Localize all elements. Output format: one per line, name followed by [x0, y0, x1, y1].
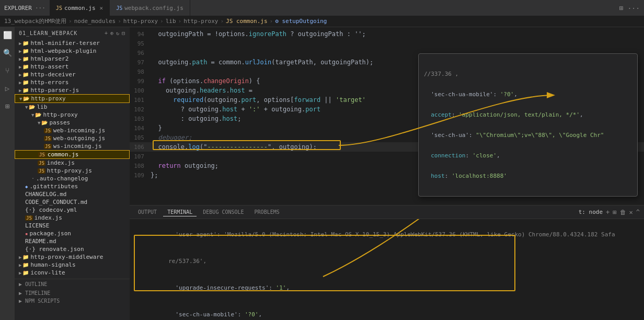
sidebar-item-readme[interactable]: README.md	[15, 237, 130, 245]
sidebar-item-http-deceiver[interactable]: ▶ 📁 http-deceiver	[15, 71, 130, 78]
chevron-down-icon: ▼	[25, 105, 28, 110]
tooltip-line-4: 'sec-ch-ua': "\"Chromium\";v=\"88\", \"G…	[424, 132, 632, 139]
sidebar-item-license[interactable]: LICENSE	[15, 222, 130, 230]
npm-scripts-section[interactable]: ▶ NPM SCRIPTS	[15, 297, 130, 305]
activity-git-icon[interactable]: ⑂	[2, 65, 13, 76]
item-label: http-deceiver	[30, 71, 75, 78]
folder-open-icon: 📂	[35, 112, 41, 118]
chevron-down-icon: ▼	[38, 120, 40, 125]
activity-search-icon[interactable]: 🔍	[2, 47, 13, 59]
item-label: index.js	[47, 159, 75, 166]
split-terminal-icon[interactable]: ⊞	[613, 209, 616, 216]
sidebar-item-package-json[interactable]: ▪ package.json	[15, 230, 130, 237]
js-file-icon: JS	[38, 168, 45, 174]
sidebar-item-http-proxy-js[interactable]: JS http-proxy.js	[15, 167, 130, 175]
sidebar-item-human-signals[interactable]: ▶ 📁 human-signals	[15, 261, 130, 269]
terminal-tab-debug[interactable]: DEBUG CONSOLE	[199, 208, 248, 216]
sidebar-icons: + ⊕ ↻ ⊟	[105, 30, 125, 36]
sidebar-item-http-proxy-inner[interactable]: ▼ 📂 http-proxy	[15, 111, 130, 119]
sidebar-item-http-errors[interactable]: ▶ 📁 http-errors	[15, 78, 130, 86]
tab-close-common-js[interactable]: ✕	[100, 5, 104, 12]
sidebar-item-renovate[interactable]: {·} renovate.json	[15, 245, 130, 253]
tooltip-popup: //337.36 , 'sec-ch-ua-mobile': '?0', acc…	[418, 53, 638, 197]
terminal-tab-problems[interactable]: PROBLEMS	[250, 208, 284, 216]
sidebar-item-http-proxy-middleware[interactable]: ▶ 📁 http-proxy-middleware	[15, 253, 130, 261]
sidebar-item-web-outgoing[interactable]: JS web-outgoing.js	[15, 134, 130, 142]
collapse-icon[interactable]: ⊟	[122, 30, 125, 36]
breadcrumb-part-7[interactable]: ⚙ setupOutgoing	[275, 18, 327, 25]
main-layout: ⬜ 🔍 ⑂ ▷ ⊞ 01_LEARN_WEBPACK + ⊕ ↻ ⊟ ▶ 📁 h…	[0, 27, 644, 320]
tooltip-line-6: host: 'localhost:8888'	[424, 173, 632, 179]
kill-terminal-icon[interactable]: 🗑	[620, 209, 626, 216]
folder-icon: 📁	[22, 254, 29, 260]
breadcrumb-part-6[interactable]: JS common.js	[226, 18, 267, 25]
new-file-icon[interactable]: +	[105, 30, 108, 36]
activity-debug-icon[interactable]: ▷	[2, 83, 13, 94]
item-label: human-signals	[30, 261, 75, 268]
terminal-tab-terminal[interactable]: TERMINAL	[163, 208, 197, 216]
sidebar-item-codecov[interactable]: {·} codecov.yml	[15, 206, 130, 214]
refresh-icon[interactable]: ↻	[116, 30, 120, 36]
breadcrumb-part-5[interactable]: http-proxy	[183, 18, 218, 25]
item-label: http-assert	[30, 63, 68, 70]
code-editor[interactable]: 94 outgoingPath = !options.ignorePath ? …	[130, 27, 644, 205]
sidebar-item-index-root[interactable]: JS index.js	[15, 214, 130, 222]
sidebar-item-gitattributes[interactable]: ◆ .gitattributes	[15, 182, 130, 190]
breadcrumb-part-1[interactable]: 13_webpack的HMR使用	[4, 17, 66, 25]
terminal-content[interactable]: 'user-agent': 'Mozilla/5.0 (Macintosh; I…	[130, 219, 644, 320]
editor-area: 94 outgoingPath = !options.ignorePath ? …	[130, 27, 644, 320]
tooltip-line-2: 'sec-ch-ua-mobile': '?0',	[424, 91, 632, 98]
sidebar-item-passes[interactable]: ▼ 📂 passes	[15, 119, 130, 127]
chevron-right-icon: ▶	[19, 56, 21, 62]
sidebar-item-conduct[interactable]: CODE_OF_CONDUCT.md	[15, 198, 130, 206]
sidebar-item-web-incoming[interactable]: JS web-incoming.js	[15, 127, 130, 134]
breadcrumb-part-3[interactable]: http-proxy	[123, 18, 158, 25]
tab-common-js[interactable]: JS common.js ✕	[50, 0, 110, 16]
sidebar-item-lib[interactable]: ▼ 📂 lib	[15, 103, 130, 111]
npm-scripts-label: NPM SCRIPTS	[25, 298, 60, 304]
sidebar-item-ws-incoming[interactable]: JS ws-incoming.js	[15, 142, 130, 150]
maximize-terminal-icon[interactable]: ^	[636, 209, 640, 216]
folder-open-icon: 📂	[29, 104, 35, 110]
chevron-down-icon: ▼	[19, 96, 22, 101]
more-actions-icon[interactable]: ···	[628, 4, 640, 12]
sidebar-item-http-proxy[interactable]: ▼ 📂 http-proxy	[15, 94, 130, 103]
chevron-right-icon: ▶	[19, 80, 21, 85]
sidebar-item-iconv-lite[interactable]: ▶ 📁 iconv-lite	[15, 269, 130, 277]
item-label: htmlparser2	[30, 55, 68, 62]
sidebar-item-common-js[interactable]: JS common.js	[15, 150, 130, 159]
chevron-right-icon: ▶	[19, 298, 22, 304]
terminal-line-useragent: 'user-agent': 'Mozilla/5.0 (Macintosh; I…	[134, 221, 640, 248]
timeline-label: TIMELINE	[25, 290, 50, 296]
terminal-tab-output[interactable]: OUTPUT	[134, 208, 161, 216]
new-terminal-icon[interactable]: +	[606, 209, 610, 216]
sidebar-item-changelog[interactable]: CHANGELOG.md	[15, 190, 130, 198]
tab-webpack-config[interactable]: JS webpack.config.js	[110, 0, 190, 16]
item-label: html-minifier-terser	[30, 40, 99, 47]
split-editor-icon[interactable]: ⊞	[619, 4, 624, 12]
activity-extensions-icon[interactable]: ⊞	[2, 100, 13, 112]
code-line-95: 95	[130, 39, 644, 48]
sidebar-item-htmlparser2[interactable]: ▶ 📁 htmlparser2	[15, 55, 130, 63]
sidebar-item-index-js-lib[interactable]: JS index.js	[15, 159, 130, 167]
breadcrumb-part-2[interactable]: node_modules	[74, 18, 116, 25]
activity-explorer-icon[interactable]: ⬜	[2, 29, 13, 41]
sidebar-item-http-parser-js[interactable]: ▶ 📁 http-parser-js	[15, 86, 130, 94]
item-label: iconv-lite	[30, 269, 65, 276]
outline-section[interactable]: ▶ OUTLINE	[15, 279, 130, 289]
new-folder-icon[interactable]: ⊕	[110, 30, 114, 36]
close-terminal-icon[interactable]: ✕	[629, 209, 633, 216]
breadcrumb: 13_webpack的HMR使用 › node_modules › http-p…	[0, 16, 644, 27]
breadcrumb-part-4[interactable]: lib	[166, 18, 176, 25]
item-label: {·} renovate.json	[25, 246, 84, 253]
sidebar-item-html-minifier[interactable]: ▶ 📁 html-minifier-terser	[15, 39, 130, 47]
sidebar-item-auto-changelog[interactable]: · .auto-changelog	[15, 175, 130, 182]
terminal-node-label: t: node	[579, 209, 603, 216]
sidebar-item-html-webpack[interactable]: ▶ 📁 html-webpack-plugin	[15, 47, 130, 55]
git-icon: ◆	[25, 184, 28, 189]
terminal-tabs: OUTPUT TERMINAL DEBUG CONSOLE PROBLEMS t…	[130, 205, 644, 219]
js-file-icon: JS	[25, 215, 33, 221]
timeline-section[interactable]: ▶ TIMELINE	[15, 289, 130, 297]
item-label: .auto-changelog	[36, 175, 88, 182]
sidebar-item-http-assert[interactable]: ▶ 📁 http-assert	[15, 63, 130, 71]
